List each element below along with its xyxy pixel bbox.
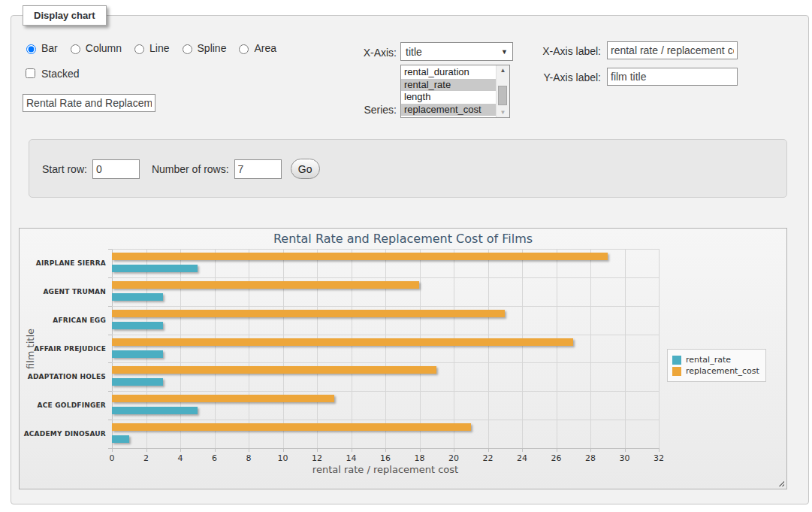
- legend-swatch-replacement_cost: [672, 367, 681, 376]
- y-axis-label-label: Y-Axis label:: [526, 71, 601, 83]
- bar-replacement_cost[interactable]: [112, 366, 436, 374]
- series-option-length[interactable]: length: [401, 91, 496, 104]
- scroll-down-icon[interactable]: ▼: [497, 109, 509, 116]
- bar-rental_rate[interactable]: [112, 322, 163, 329]
- grid-line-h: [112, 362, 659, 363]
- bar-replacement_cost[interactable]: [112, 253, 608, 260]
- num-rows-input[interactable]: [234, 159, 282, 179]
- series-option-rental_duration[interactable]: rental_duration: [401, 66, 496, 79]
- bar-rental_rate[interactable]: [112, 293, 163, 301]
- grid-line-h: [112, 420, 659, 420]
- grid-line-v: [215, 249, 216, 448]
- scroll-up-icon[interactable]: ▲: [497, 67, 509, 74]
- x-tick-label: 24: [517, 453, 527, 463]
- y-axis-tick: [108, 391, 112, 392]
- chart-title: Rental Rate and Replacement Cost of Film…: [20, 232, 786, 246]
- x-tick-label: 32: [654, 453, 664, 463]
- grid-line-h: [112, 249, 659, 250]
- chart-type-label-spline: Spline: [198, 42, 227, 54]
- x-axis-title: rental rate / replacement cost: [312, 464, 458, 475]
- grid-line-v: [625, 249, 626, 448]
- bar-replacement_cost[interactable]: [112, 423, 471, 431]
- x-tick-label: 6: [212, 453, 217, 463]
- y-axis-tick: [108, 448, 112, 449]
- chart-type-radio-area[interactable]: [239, 44, 249, 54]
- bar-replacement_cost[interactable]: [112, 310, 505, 317]
- x-tick-label: 10: [278, 453, 288, 463]
- bar-replacement_cost[interactable]: [112, 338, 573, 346]
- y-axis-tick: [108, 335, 112, 335]
- start-row-label: Start row:: [42, 163, 87, 175]
- x-tick-label: 2: [143, 453, 149, 463]
- fieldset-legend: Display chart: [23, 5, 107, 26]
- stacked-label: Stacked: [41, 68, 80, 80]
- chart-legend: rental_ratereplacement_cost: [667, 349, 766, 382]
- x-axis-line: [112, 448, 659, 449]
- series-scrollbar[interactable]: ▲ ▼: [496, 65, 509, 117]
- chart-type-radio-line[interactable]: [134, 44, 144, 54]
- grid-line-v: [352, 249, 352, 448]
- grid-line-v: [659, 249, 660, 448]
- scrollbar-thumb[interactable]: [498, 86, 507, 105]
- y-axis-tick: [108, 420, 112, 420]
- series-listbox[interactable]: rental_durationrental_ratelengthreplacem…: [400, 65, 510, 118]
- legend-item-rental_rate[interactable]: rental_rate: [672, 355, 759, 365]
- category-label: ACE GOLDFINGER: [20, 401, 106, 409]
- row-controls-panel: Start row: Number of rows: Go: [29, 139, 787, 198]
- y-axis-tick: [108, 249, 112, 250]
- chart-type-radio-spline[interactable]: [183, 44, 192, 54]
- chart: Rental Rate and Replacement Cost of Film…: [19, 228, 787, 489]
- chart-type-radios: BarColumnLineSplineArea: [23, 42, 282, 54]
- y-axis-tick: [108, 306, 112, 307]
- series-option-rental_rate[interactable]: rental_rate: [401, 79, 496, 92]
- x-axis-selected-value: title: [406, 46, 422, 58]
- category-label: AIRPLANE SIERRA: [20, 259, 106, 267]
- grid-line-v: [385, 249, 386, 448]
- legend-item-replacement_cost[interactable]: replacement_cost: [672, 366, 759, 376]
- chart-title-input[interactable]: [23, 94, 155, 112]
- bar-rental_rate[interactable]: [112, 407, 198, 414]
- grid-line-h: [112, 391, 659, 392]
- bar-rental_rate[interactable]: [112, 435, 129, 443]
- bar-rental_rate[interactable]: [112, 350, 163, 358]
- chart-type-radio-column[interactable]: [71, 44, 80, 54]
- series-option-replacement_cost[interactable]: replacement_cost: [401, 104, 496, 117]
- go-button[interactable]: Go: [291, 159, 320, 179]
- bar-rental_rate[interactable]: [112, 265, 198, 272]
- x-tick-label: 4: [178, 453, 183, 463]
- bar-replacement_cost[interactable]: [112, 395, 334, 402]
- series-select-label: Series:: [321, 104, 397, 116]
- chevron-down-icon: ▼: [501, 48, 508, 56]
- x-axis-label-input[interactable]: [607, 41, 738, 59]
- legend-label: replacement_cost: [686, 366, 759, 376]
- grid-line-v: [146, 249, 147, 448]
- legend-swatch-rental_rate: [672, 356, 681, 365]
- y-axis-tick: [108, 277, 112, 278]
- y-axis-line: [112, 249, 113, 448]
- bar-rental_rate[interactable]: [112, 378, 163, 386]
- chart-type-radio-bar[interactable]: [26, 44, 36, 54]
- grid-line-v: [522, 249, 523, 448]
- grid-line-v: [420, 249, 421, 448]
- grid-line-v: [283, 249, 284, 448]
- num-rows-label: Number of rows:: [152, 163, 229, 175]
- grid-line-v: [454, 249, 454, 448]
- x-tick-label: 22: [483, 453, 494, 463]
- start-row-input[interactable]: [92, 159, 140, 179]
- bar-replacement_cost[interactable]: [112, 281, 419, 289]
- y-axis-label-input[interactable]: [607, 68, 738, 86]
- x-tick-label: 14: [346, 453, 357, 463]
- chart-type-label-area: Area: [254, 42, 276, 54]
- grid-line-v: [249, 249, 249, 448]
- x-tick-label: 8: [246, 453, 252, 463]
- x-tick-label: 12: [312, 453, 322, 463]
- stacked-checkbox[interactable]: [26, 68, 35, 78]
- x-axis-select[interactable]: title ▼: [400, 42, 513, 61]
- chart-type-label-bar: Bar: [41, 42, 58, 54]
- x-tick-label: 16: [380, 453, 391, 463]
- resize-handle[interactable]: [777, 479, 784, 486]
- grid-line-h: [112, 277, 659, 278]
- x-axis-select-label: X-Axis:: [321, 47, 397, 59]
- x-tick-label: 18: [415, 453, 425, 463]
- chart-type-label-line: Line: [149, 42, 169, 54]
